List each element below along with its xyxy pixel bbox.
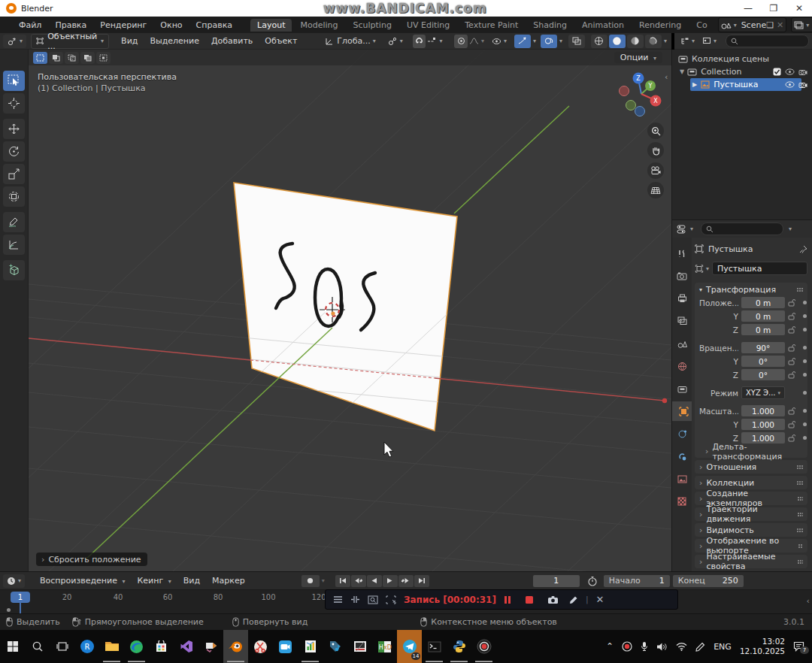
app-screen-camera[interactable] xyxy=(273,630,298,663)
app-terminal[interactable] xyxy=(422,630,447,663)
lock-icon[interactable] xyxy=(788,325,795,334)
play-reverse-button[interactable] xyxy=(367,575,382,587)
proportional-falloff-dropdown[interactable]: ▾ xyxy=(468,35,486,48)
app-music-tag[interactable] xyxy=(323,630,347,663)
animate-dot[interactable] xyxy=(803,409,807,413)
menu-view[interactable]: Вид xyxy=(115,35,144,47)
scale-y-field[interactable]: 1.000 xyxy=(741,419,785,430)
panel-instancing[interactable]: ›Создание экземпляров xyxy=(695,492,807,505)
tray-speaker-icon[interactable] xyxy=(656,642,668,652)
menu-window[interactable]: Окно xyxy=(153,19,189,32)
collection-checkbox[interactable] xyxy=(773,68,781,76)
tool-rotate[interactable] xyxy=(3,141,25,162)
object-name-input[interactable]: Пустышка xyxy=(712,262,807,275)
tray-microphone-icon[interactable] xyxy=(641,641,648,652)
animate-dot[interactable] xyxy=(803,422,807,426)
frame-start-field[interactable]: Начало 1 xyxy=(604,575,670,587)
tab-world[interactable] xyxy=(672,356,692,376)
operator-panel[interactable]: › Сбросить положение xyxy=(36,552,147,566)
shading-solid-button[interactable] xyxy=(609,35,626,48)
app-scissors[interactable] xyxy=(248,630,273,663)
rotation-y-field[interactable]: 0° xyxy=(741,356,785,367)
playhead[interactable]: 1 xyxy=(11,592,30,603)
workspace-tab-uvediting[interactable]: UV Editing xyxy=(400,19,456,32)
viewlayer-selector[interactable]: ▾ ViewLayer ❏ ✕ xyxy=(791,17,812,32)
visibility-dropdown[interactable]: ▾ xyxy=(490,35,508,48)
rotation-x-field[interactable]: 90° xyxy=(741,342,785,353)
workspace-tab-sculpting[interactable]: Sculpting xyxy=(347,19,398,32)
recorder-menu-icon[interactable] xyxy=(333,595,343,604)
show-overlays-toggle[interactable] xyxy=(541,35,557,48)
shading-rendered-button[interactable] xyxy=(645,35,662,48)
scene-new-icon[interactable]: ❏ xyxy=(766,20,774,30)
tab-constraints[interactable] xyxy=(672,447,692,466)
app-radmin[interactable]: R xyxy=(74,630,99,663)
lock-icon[interactable] xyxy=(788,371,795,379)
animate-dot[interactable] xyxy=(803,391,807,395)
select-mode-new[interactable] xyxy=(33,52,47,64)
app-file-explorer[interactable] xyxy=(99,630,124,663)
tab-physics[interactable] xyxy=(672,424,692,444)
panel-custom-properties[interactable]: ›Настраиваемые свойства xyxy=(695,555,807,568)
location-z-field[interactable]: 0 m xyxy=(741,324,785,335)
animate-dot[interactable] xyxy=(803,346,807,350)
tab-scene[interactable] xyxy=(672,334,692,353)
xray-toggle[interactable] xyxy=(568,35,585,48)
viewport-3d[interactable]: Опции ▾ Пользовательская перспектива (1)… xyxy=(29,50,671,571)
ortho-grid-button[interactable] xyxy=(647,182,664,198)
panel-collections[interactable]: ›Коллекции xyxy=(695,476,807,489)
tool-scale[interactable] xyxy=(3,164,25,184)
close-button[interactable]: ✕ xyxy=(786,0,812,17)
app-edge[interactable] xyxy=(124,630,149,663)
menu-object[interactable]: Объект xyxy=(259,35,303,47)
auto-keying-button[interactable] xyxy=(301,575,320,587)
workspace-tab-rendering[interactable]: Rendering xyxy=(632,19,688,32)
tool-cursor[interactable] xyxy=(3,93,25,114)
tool-transform[interactable] xyxy=(3,186,25,207)
app-microsoft-store[interactable] xyxy=(149,630,174,663)
recorder-compact-icon[interactable] xyxy=(350,595,360,604)
menu-file[interactable]: Файл xyxy=(12,19,48,32)
stopwatch-icon[interactable] xyxy=(587,576,598,586)
tab-tool[interactable] xyxy=(672,244,692,263)
stop-button[interactable] xyxy=(525,595,534,604)
app-bandicam[interactable] xyxy=(471,630,496,663)
recorder-region-icon[interactable] xyxy=(386,595,396,604)
transform-panel-header[interactable]: ▾ Трансформация xyxy=(695,283,807,296)
object-render-camera-icon[interactable] xyxy=(798,81,807,89)
show-gizmo-toggle[interactable] xyxy=(514,35,531,48)
frame-end-field[interactable]: Конец 250 xyxy=(673,575,744,587)
properties-search-input[interactable] xyxy=(701,223,783,235)
jump-next-keyframe-button[interactable] xyxy=(398,575,414,587)
recorder-close-button[interactable]: ✕ xyxy=(596,594,604,605)
recorder-zoom-region-icon[interactable] xyxy=(368,595,378,604)
current-frame-field[interactable]: 1 xyxy=(533,575,580,587)
scene-selector[interactable]: ▾ Scene ❏ ✕ xyxy=(718,17,787,32)
timeline-editor-dropdown[interactable]: ▾ xyxy=(3,574,25,588)
tool-measure[interactable] xyxy=(3,235,25,255)
properties-editor-icon[interactable] xyxy=(677,225,688,234)
app-telegram[interactable]: 14 xyxy=(397,630,422,663)
mode-dropdown[interactable]: Объектный ... ▾ xyxy=(31,34,109,49)
object-expand-caret[interactable]: ▶ xyxy=(692,81,697,88)
tab-texture[interactable] xyxy=(672,492,692,511)
outliner-row-scene-collection[interactable]: Коллекция сцены xyxy=(672,53,812,65)
tool-select-box[interactable] xyxy=(3,71,25,91)
tab-object[interactable] xyxy=(672,401,693,421)
transform-orientation-dropdown[interactable]: Глоба... ▾ xyxy=(321,35,380,48)
outliner-search-input[interactable] xyxy=(726,35,809,47)
tool-move[interactable] xyxy=(3,119,25,139)
pin-icon[interactable] xyxy=(799,245,807,253)
outliner-row-collection[interactable]: ▼ Collection xyxy=(672,65,812,78)
outliner-display-mode-dropdown[interactable]: ▾ xyxy=(679,35,696,48)
animate-dot[interactable] xyxy=(803,314,807,318)
panel-viewport-display[interactable]: ›Отображение во вьюпорте xyxy=(695,539,807,552)
app-paint3d[interactable] xyxy=(198,630,223,663)
menu-select[interactable]: Выделение xyxy=(144,35,205,47)
pivot-point-dropdown[interactable]: ▾ xyxy=(384,35,407,48)
collection-render-camera-icon[interactable] xyxy=(798,68,807,76)
menu-render[interactable]: Рендеринг xyxy=(93,19,153,32)
snap-toggle[interactable] xyxy=(413,35,426,48)
camera-view-button[interactable] xyxy=(647,162,664,179)
animate-dot[interactable] xyxy=(803,328,807,332)
